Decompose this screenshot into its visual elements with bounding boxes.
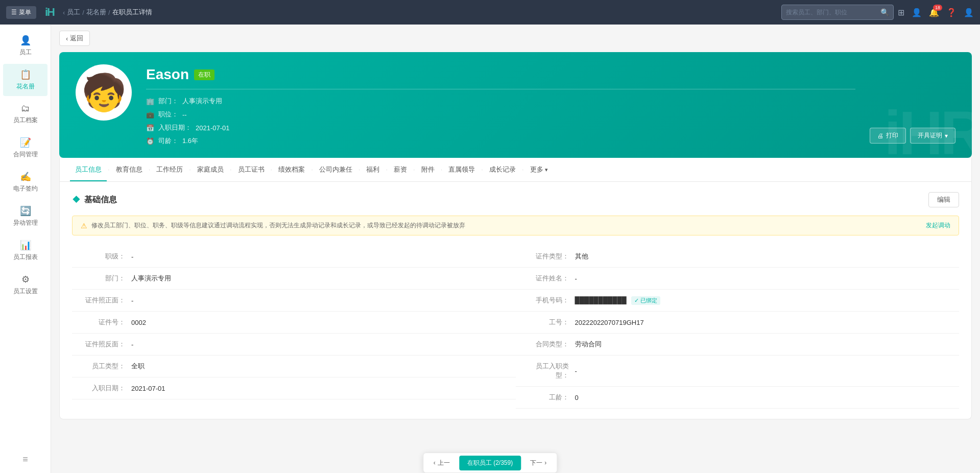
form-row-id-number: 证件号： 0002 — [72, 312, 516, 334]
collapse-icon: ≡ — [22, 454, 28, 464]
tab-certificates[interactable]: 员工证书 — [233, 158, 270, 181]
tab-performance[interactable]: 绩效档案 — [273, 158, 310, 181]
return-button[interactable]: ‹ 返回 — [59, 31, 90, 46]
form-row-cert-name: 证件姓名： - — [516, 268, 960, 290]
avatar: 🧒 — [76, 64, 132, 121]
logo-icon: iH — [45, 6, 54, 19]
section-icon: ❖ — [72, 194, 80, 205]
form-row-department: 部门： 人事演示专用 — [72, 268, 516, 290]
top-navigation: ☰ 菜单 iH ‹ 员工 / 花名册 / 在职员工详情 🔍 ⊞ 👤 🔔 18 ❓… — [0, 0, 980, 25]
sidebar-item-report[interactable]: 📊 员工报表 — [3, 234, 47, 267]
profile-name-row: Eason 在职 — [146, 66, 855, 89]
form-row-employee-type: 员工类型： 全职 — [72, 356, 516, 377]
form-row-entry-type: 员工入职类型： - — [516, 356, 960, 387]
basic-info-section: ❖ 基础信息 编辑 ⚠ 修改员工部门、职位、职务、职级等信息建议通过调动流程实现… — [60, 182, 971, 419]
tab-basic-info[interactable]: 员工信息 — [70, 158, 107, 181]
clock-icon: ⏰ — [146, 137, 154, 145]
tab-attachments[interactable]: 附件 — [416, 158, 440, 181]
logo: iH — [40, 3, 59, 21]
tab-family[interactable]: 家庭成员 — [192, 158, 229, 181]
next-label: 下一 — [530, 459, 542, 467]
profile-card: 🧒 Eason 在职 🏢 部门： 人事演示专用 💼 职位： - — [59, 52, 972, 158]
joindate-label: 入职日期： — [158, 123, 192, 132]
profile-fields: 🏢 部门： 人事演示专用 💼 职位： -- 📅 入职日期： 2021-07-01 — [146, 97, 855, 146]
certificate-button[interactable]: 开具证明 ▾ — [910, 128, 955, 144]
tab-salary[interactable]: 薪资 — [389, 158, 412, 181]
initiate-transfer-link[interactable]: 发起调动 — [926, 221, 950, 230]
form-row-rank: 职级： - — [72, 246, 516, 268]
sidebar-item-employee[interactable]: 👤 员工 — [3, 30, 47, 62]
department-value: 人事演示专用 — [182, 97, 222, 106]
profile-name: Eason — [146, 66, 189, 83]
id-back-value: - — [131, 341, 508, 348]
sidebar-collapse-button[interactable]: ≡ — [0, 450, 51, 469]
warning-icon: ⚠ — [81, 222, 87, 230]
join-date-value: 2021-07-01 — [131, 385, 508, 392]
esign-icon: ✍ — [20, 171, 31, 182]
verified-label: 已绑定 — [640, 297, 657, 304]
work-years-value: 0 — [575, 394, 951, 401]
next-employee-button[interactable]: 下一 › — [522, 456, 555, 470]
profile-seniority-field: ⏰ 司龄： 1.6年 — [146, 136, 855, 146]
prev-employee-button[interactable]: ‹ 上一 — [425, 456, 458, 470]
form-row-contract-type: 合同类型： 劳动合同 — [516, 334, 960, 356]
tab-education[interactable]: 教育信息 — [111, 158, 148, 181]
calendar-icon: 📅 — [146, 124, 154, 132]
breadcrumb-roster[interactable]: 花名册 — [86, 8, 106, 17]
form-row-emp-number: 工号： 20222022070719GH17 — [516, 312, 960, 334]
emp-num-value: 20222022070719GH17 — [575, 319, 951, 326]
employee-icon: 👤 — [20, 35, 31, 46]
cert-type-value: 其他 — [575, 252, 951, 261]
sidebar-label-exception: 异动管理 — [13, 219, 38, 227]
prev-label: 上一 — [438, 459, 450, 467]
check-icon: ✓ — [634, 297, 639, 304]
sidebar-item-roster[interactable]: 📋 花名册 — [3, 64, 47, 96]
menu-button[interactable]: ☰ 菜单 — [6, 6, 36, 19]
chevron-down-icon: ▾ — [545, 167, 548, 173]
contract-type-value: 劳动合同 — [575, 340, 951, 349]
profile-department-field: 🏢 部门： 人事演示专用 — [146, 97, 855, 106]
tab-work-history[interactable]: 工作经历 — [151, 158, 188, 181]
section-title-left: ❖ 基础信息 — [72, 194, 117, 205]
sidebar-item-contract[interactable]: 📝 合同管理 — [3, 132, 47, 164]
sidebar-item-settings[interactable]: ⚙ 员工设置 — [3, 269, 47, 301]
phone-value: ███████████ ✓ 已绑定 — [575, 296, 951, 305]
help-icon[interactable]: ❓ — [946, 8, 957, 17]
profile-actions: 🖨 打印 开具证明 ▾ — [870, 128, 955, 146]
notification-icon[interactable]: 🔔 18 — [929, 8, 939, 17]
print-button[interactable]: 🖨 打印 — [870, 128, 906, 144]
join-date-label: 入职日期： — [80, 384, 131, 393]
print-icon: 🖨 — [877, 132, 883, 139]
emp-type-label: 员工类型： — [80, 362, 131, 371]
roster-icon: 📋 — [20, 69, 31, 80]
return-label: 返回 — [70, 34, 83, 43]
position-label: 职位： — [158, 110, 178, 119]
sidebar-item-archive[interactable]: 🗂 员工档案 — [3, 98, 47, 130]
breadcrumb-employee[interactable]: 员工 — [67, 8, 80, 17]
tab-growth[interactable]: 成长记录 — [484, 158, 521, 181]
sidebar-item-exception[interactable]: 🔄 异动管理 — [3, 200, 47, 232]
edit-button[interactable]: 编辑 — [928, 192, 959, 207]
search-box[interactable]: 🔍 — [781, 5, 894, 20]
profile-joindate-field: 📅 入职日期： 2021-07-01 — [146, 123, 855, 132]
tab-concurrent[interactable]: 公司内兼任 — [314, 158, 357, 181]
sidebar-item-esign[interactable]: ✍ 电子签约 — [3, 166, 47, 198]
user-icon[interactable]: 👤 — [912, 8, 922, 17]
account-icon[interactable]: 👤 — [964, 8, 974, 17]
department-icon: 🏢 — [146, 98, 154, 105]
detail-panel: 员工信息 · 教育信息 · 工作经历 · 家庭成员 · 员工证书 · 绩效档案 … — [59, 158, 972, 419]
tab-more[interactable]: 更多 ▾ — [525, 158, 553, 181]
contract-icon: 📝 — [20, 137, 31, 148]
emp-type-value: 全职 — [131, 362, 508, 371]
tab-welfare[interactable]: 福利 — [361, 158, 385, 181]
search-icon: 🔍 — [880, 8, 889, 16]
tabs-bar: 员工信息 · 教育信息 · 工作经历 · 家庭成员 · 员工证书 · 绩效档案 … — [60, 158, 971, 182]
grid-icon[interactable]: ⊞ — [898, 8, 904, 17]
nav-icons: ⊞ 👤 🔔 18 ❓ 👤 — [898, 8, 974, 17]
tab-leader[interactable]: 直属领导 — [443, 158, 480, 181]
form-row-cert-type: 证件类型： 其他 — [516, 246, 960, 268]
breadcrumb-current: 在职员工详情 — [112, 8, 152, 17]
phone-label: 手机号码： — [524, 296, 575, 305]
search-input[interactable] — [786, 9, 877, 16]
form-row-join-date: 入职日期： 2021-07-01 — [72, 377, 516, 399]
